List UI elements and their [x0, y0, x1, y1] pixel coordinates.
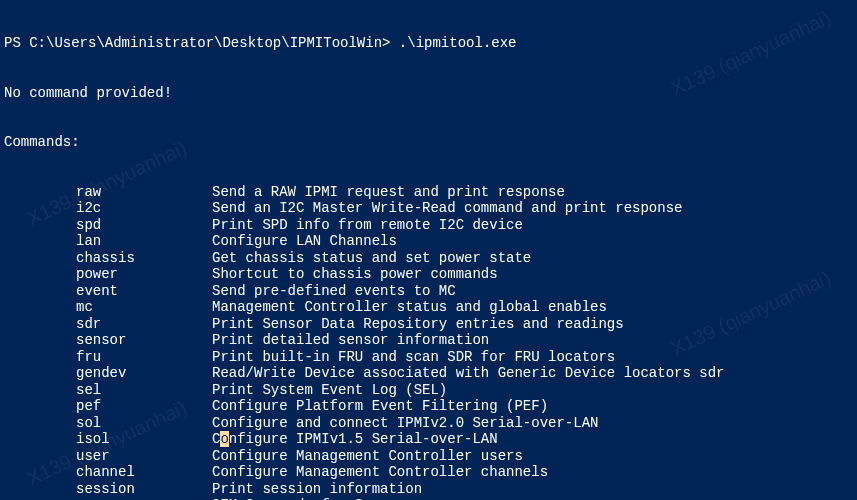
command-name: fru	[76, 349, 212, 366]
command-name: spd	[76, 217, 212, 234]
powershell-terminal[interactable]: PS C:\Users\Administrator\Desktop\IPMITo…	[0, 0, 857, 500]
commands-header: Commands:	[4, 134, 853, 151]
command-name: sol	[76, 415, 212, 432]
command-row: channelConfigure Management Controller c…	[4, 464, 853, 481]
command-name: chassis	[76, 250, 212, 267]
command-name: event	[76, 283, 212, 300]
command-row: spdPrint SPD info from remote I2C device	[4, 217, 853, 234]
command-row: powerShortcut to chassis power commands	[4, 266, 853, 283]
command-desc: Read/Write Device associated with Generi…	[212, 365, 724, 381]
command-desc: Configure Management Controller channels	[212, 464, 548, 480]
command-row: pefConfigure Platform Event Filtering (P…	[4, 398, 853, 415]
command-row: eventSend pre-defined events to MC	[4, 283, 853, 300]
command-row: isolConfigure IPMIv1.5 Serial-over-LAN	[4, 431, 853, 448]
command-desc: Print System Event Log (SEL)	[212, 382, 447, 398]
command-name: lan	[76, 233, 212, 250]
command-row: i2cSend an I2C Master Write-Read command…	[4, 200, 853, 217]
command-desc: Configure LAN Channels	[212, 233, 397, 249]
command-desc: Configure IPMIv1.5 Serial-over-LAN	[212, 431, 498, 447]
command-row: chassisGet chassis status and set power …	[4, 250, 853, 267]
command-desc: Get chassis status and set power state	[212, 250, 531, 266]
command-name: pef	[76, 398, 212, 415]
command-name: power	[76, 266, 212, 283]
command-desc: Configure Management Controller users	[212, 448, 523, 464]
command-name: mc	[76, 299, 212, 316]
command-row: solConfigure and connect IPMIv2.0 Serial…	[4, 415, 853, 432]
error-line: No command provided!	[4, 85, 853, 102]
prompt-line: PS C:\Users\Administrator\Desktop\IPMITo…	[4, 35, 853, 52]
commands-list: rawSend a RAW IPMI request and print res…	[4, 184, 853, 501]
command-row: sessionPrint session information	[4, 481, 853, 498]
command-row: rawSend a RAW IPMI request and print res…	[4, 184, 853, 201]
command-row: sensorPrint detailed sensor information	[4, 332, 853, 349]
command-desc: Shortcut to chassis power commands	[212, 266, 498, 282]
search-highlight: o	[220, 431, 228, 447]
command-desc: Send a RAW IPMI request and print respon…	[212, 184, 565, 200]
command-desc: Print detailed sensor information	[212, 332, 489, 348]
command-row: fruPrint built-in FRU and scan SDR for F…	[4, 349, 853, 366]
command-name: raw	[76, 184, 212, 201]
command-name: sel	[76, 382, 212, 399]
command-name: sensor	[76, 332, 212, 349]
command-desc: Management Controller status and global …	[212, 299, 607, 315]
command-desc: Print SPD info from remote I2C device	[212, 217, 523, 233]
command-row: mcManagement Controller status and globa…	[4, 299, 853, 316]
command-name: gendev	[76, 365, 212, 382]
command-name: isol	[76, 431, 212, 448]
command-name: user	[76, 448, 212, 465]
command-desc: Configure Platform Event Filtering (PEF)	[212, 398, 548, 414]
command-name: i2c	[76, 200, 212, 217]
command-desc: Send an I2C Master Write-Read command an…	[212, 200, 682, 216]
command-name: channel	[76, 464, 212, 481]
command-desc: Configure and connect IPMIv2.0 Serial-ov…	[212, 415, 598, 431]
command-row: userConfigure Management Controller user…	[4, 448, 853, 465]
command-name: session	[76, 481, 212, 498]
command-desc: Print Sensor Data Repository entries and…	[212, 316, 624, 332]
command-row: selPrint System Event Log (SEL)	[4, 382, 853, 399]
command-name: sdr	[76, 316, 212, 333]
command-row: lanConfigure LAN Channels	[4, 233, 853, 250]
command-row: sdrPrint Sensor Data Repository entries …	[4, 316, 853, 333]
command-row: gendevRead/Write Device associated with …	[4, 365, 853, 382]
command-desc: Send pre-defined events to MC	[212, 283, 456, 299]
command-desc: Print session information	[212, 481, 422, 497]
command-desc: Print built-in FRU and scan SDR for FRU …	[212, 349, 615, 365]
